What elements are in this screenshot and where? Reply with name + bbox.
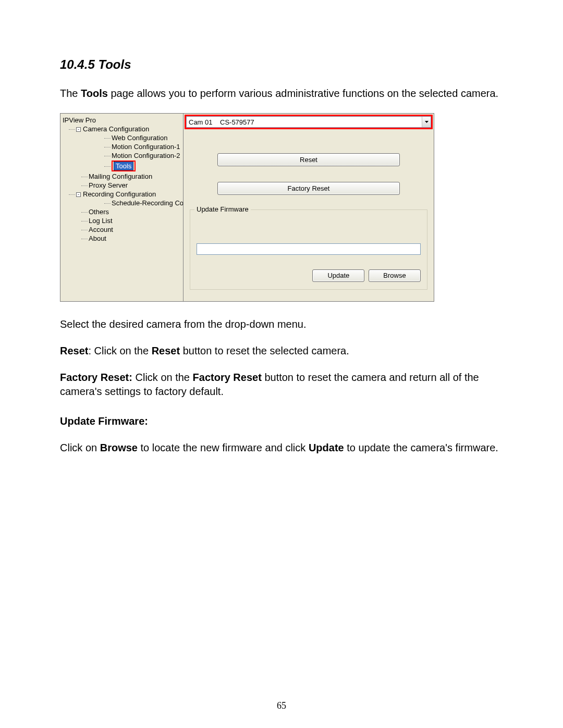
tree-pane: IPView Pro -Camera Configuration Web Con… <box>60 114 183 301</box>
bold: Factory Reset <box>193 372 262 383</box>
tree-label: Camera Configuration <box>83 125 149 133</box>
camera-value: CS-579577 <box>220 118 254 126</box>
paragraph-reset: Reset: Click on the Reset button to rese… <box>60 344 503 358</box>
tree-item-loglist[interactable]: Log List <box>89 216 183 225</box>
tree-item-mailing[interactable]: Mailing Configuration <box>89 172 183 181</box>
paragraph-factory-reset: Factory Reset: Click on the Factory Rese… <box>60 371 503 399</box>
tree-item-tools[interactable]: Tools <box>112 160 183 172</box>
text: Click on the <box>132 372 193 383</box>
tree-item-camera-config[interactable]: -Camera Configuration <box>76 125 183 133</box>
camera-label: Cam 01 <box>189 118 220 126</box>
browse-button[interactable]: Browse <box>369 269 421 282</box>
bold: Factory Reset: <box>60 372 132 383</box>
update-firmware-fieldset: Update Firmware Update Browse <box>190 209 427 290</box>
paragraph-update-firmware: Click on Browse to locate the new firmwa… <box>60 441 503 455</box>
text: to locate the new firmware and click <box>138 442 309 453</box>
reset-button[interactable]: Reset <box>217 153 400 166</box>
tree-item-proxy[interactable]: Proxy Server <box>89 181 183 190</box>
bold: Update Firmware: <box>60 415 148 427</box>
tree-label: Recording Configuration <box>83 190 156 198</box>
bold: Browse <box>100 442 138 453</box>
tools-highlight: Tools <box>112 161 136 171</box>
paragraph-select-camera: Select the desired camera from the drop-… <box>60 317 503 331</box>
update-button[interactable]: Update <box>312 269 364 282</box>
collapse-icon[interactable]: - <box>76 192 81 197</box>
intro-paragraph: The Tools page allows you to perform var… <box>60 87 503 101</box>
collapse-icon[interactable]: - <box>76 127 81 132</box>
fieldset-legend: Update Firmware <box>194 205 251 213</box>
tree-item-schedule[interactable]: Schedule-Recording Con <box>112 199 183 207</box>
text: Click on <box>60 442 100 453</box>
firmware-path-input[interactable] <box>197 243 421 255</box>
intro-text-2: page allows you to perform various admin… <box>108 88 498 99</box>
bold: Reset <box>60 345 88 356</box>
tree-root[interactable]: IPView Pro <box>63 116 183 125</box>
text: : Click on the <box>88 345 151 356</box>
tree-item-about[interactable]: About <box>89 234 183 243</box>
page-number: 65 <box>0 700 563 711</box>
tree-item-motion1[interactable]: Motion Configuration-1 <box>112 142 183 151</box>
section-heading: 10.4.5 Tools <box>60 57 503 72</box>
camera-dropdown-highlight: Cam 01 CS-579577 <box>185 115 433 129</box>
text: to update the camera's firmware. <box>344 442 498 453</box>
app-screenshot: IPView Pro -Camera Configuration Web Con… <box>60 113 434 302</box>
intro-text-1: The <box>60 88 81 99</box>
tree-item-others[interactable]: Others <box>89 207 183 216</box>
subheading-update-firmware: Update Firmware: <box>60 414 503 428</box>
tree-item-recording[interactable]: -Recording Configuration <box>76 190 183 199</box>
tree-item-account[interactable]: Account <box>89 225 183 234</box>
camera-dropdown[interactable]: Cam 01 CS-579577 <box>186 116 431 128</box>
tree-selected-label: Tools <box>114 162 133 170</box>
factory-reset-button[interactable]: Factory Reset <box>217 182 400 195</box>
bold: Reset <box>152 345 180 356</box>
tree-item-motion2[interactable]: Motion Configuration-2 <box>112 151 183 160</box>
tree-item-web-config[interactable]: Web Configuration <box>112 133 183 142</box>
chevron-down-icon[interactable] <box>422 117 431 127</box>
text: button to reset the selected camera. <box>180 345 349 356</box>
svg-marker-0 <box>425 121 429 123</box>
right-pane: Cam 01 CS-579577 Reset Factory Reset Upd… <box>183 114 434 301</box>
intro-bold: Tools <box>81 88 108 99</box>
bold: Update <box>309 442 344 453</box>
